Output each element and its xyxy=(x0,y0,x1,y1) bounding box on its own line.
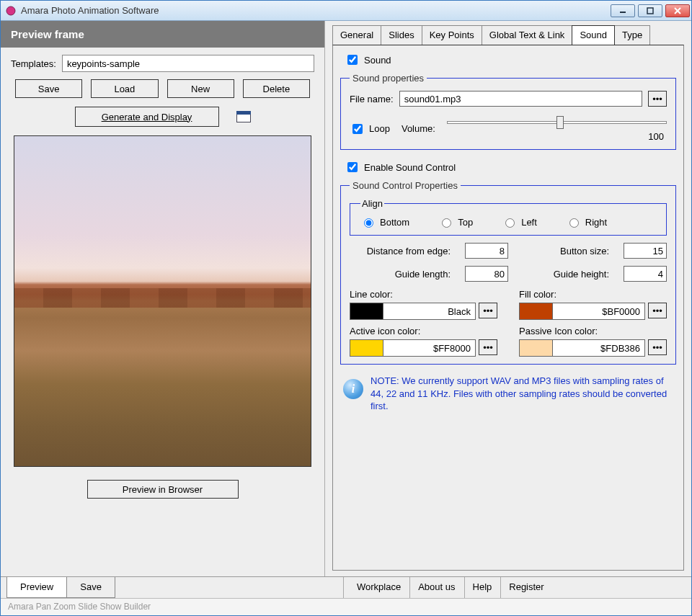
linecolor-value: Black xyxy=(383,306,475,317)
fillcolor-more-button[interactable]: ••• xyxy=(648,303,667,318)
filename-label: File name: xyxy=(350,94,394,104)
distance-input[interactable] xyxy=(465,243,508,259)
bottom-tab-help[interactable]: Help xyxy=(464,577,502,598)
window-title: Amara Photo Animation Software xyxy=(21,5,611,16)
activeicon-value: $FF8000 xyxy=(383,343,475,354)
loop-label: Loop xyxy=(369,123,390,134)
tab-global-text-link[interactable]: Global Text & Link xyxy=(482,25,573,45)
tab-sound[interactable]: Sound xyxy=(572,25,615,45)
linecolor-picker[interactable]: Black xyxy=(350,303,476,320)
guideheight-input[interactable] xyxy=(624,266,667,282)
enable-sound-control-label: Enable Sound Control xyxy=(364,162,456,173)
tab-type[interactable]: Type xyxy=(614,25,650,45)
fillcolor-swatch xyxy=(520,303,553,319)
load-button[interactable]: Load xyxy=(91,79,158,98)
buttonsize-label: Button size: xyxy=(523,246,609,256)
window-icon[interactable] xyxy=(236,111,251,122)
save-button[interactable]: Save xyxy=(15,79,82,98)
linecolor-label: Line color: xyxy=(350,289,497,300)
generate-display-button[interactable]: Generate and Display xyxy=(75,107,219,127)
preview-area xyxy=(14,135,311,467)
templates-input[interactable] xyxy=(62,55,314,72)
passiveicon-swatch xyxy=(520,340,553,356)
fillcolor-label: Fill color: xyxy=(519,289,667,300)
fillcolor-value: $BF0000 xyxy=(553,306,644,317)
align-left[interactable]: Left xyxy=(502,216,537,228)
enable-sound-control-row[interactable]: Enable Sound Control xyxy=(340,160,676,174)
volume-value: 100 xyxy=(447,131,667,142)
guidelength-input[interactable] xyxy=(465,266,508,282)
distance-label: Distance from edge: xyxy=(350,246,451,256)
guidelength-label: Guide length: xyxy=(350,269,451,280)
left-panel: Preview frame Templates: Save Load New D… xyxy=(1,21,325,576)
activeicon-more-button[interactable]: ••• xyxy=(479,339,497,355)
guideheight-label: Guide height: xyxy=(523,269,609,280)
enable-sound-control-checkbox[interactable] xyxy=(347,162,358,172)
filename-input[interactable] xyxy=(399,91,642,107)
info-icon xyxy=(343,379,363,399)
passiveicon-more-button[interactable]: ••• xyxy=(648,339,667,355)
app-icon xyxy=(5,5,17,17)
settings-tabs: General Slides Key Points Global Text & … xyxy=(325,21,691,45)
sound-checkbox-label: Sound xyxy=(364,55,391,66)
bottom-bar: Preview Save Workplace About us Help Reg… xyxy=(1,576,691,598)
titlebar: Amara Photo Animation Software xyxy=(1,1,691,21)
delete-button[interactable]: Delete xyxy=(243,79,310,98)
passiveicon-value: $FDB386 xyxy=(553,343,644,354)
status-bar: Amara Pan Zoom Slide Show Builder xyxy=(1,598,691,615)
sound-properties-legend: Sound properties xyxy=(350,73,427,84)
preview-in-browser-button[interactable]: Preview in Browser xyxy=(87,480,239,499)
align-group: Align Bottom Top Left Right xyxy=(350,198,667,236)
bottom-tab-preview[interactable]: Preview xyxy=(6,577,67,598)
buttonsize-input[interactable] xyxy=(624,243,667,259)
bottom-tab-save[interactable]: Save xyxy=(66,577,115,598)
linecolor-swatch xyxy=(350,303,383,319)
preview-frame-header: Preview frame xyxy=(1,21,324,48)
align-right[interactable]: Right xyxy=(566,216,607,228)
filename-browse-button[interactable]: ••• xyxy=(648,91,667,107)
close-button[interactable] xyxy=(665,4,690,17)
bottom-tab-about[interactable]: About us xyxy=(409,577,464,598)
sound-tab-body: Sound Sound properties File name: ••• Lo… xyxy=(332,45,684,571)
new-button[interactable]: New xyxy=(167,79,234,98)
minimize-button[interactable] xyxy=(611,4,635,17)
maximize-button[interactable] xyxy=(638,4,662,17)
align-bottom[interactable]: Bottom xyxy=(360,216,409,228)
preview-image xyxy=(14,136,311,466)
align-top[interactable]: Top xyxy=(438,216,473,228)
loop-row[interactable]: Loop xyxy=(350,122,390,136)
note-row: NOTE: We currently support WAV and MP3 f… xyxy=(340,370,676,417)
fillcolor-picker[interactable]: $BF0000 xyxy=(519,303,645,320)
tab-slides[interactable]: Slides xyxy=(381,25,422,45)
passiveicon-label: Passive Icon color: xyxy=(519,326,667,336)
tab-general[interactable]: General xyxy=(332,25,381,45)
volume-label: Volume: xyxy=(402,123,435,134)
activeicon-swatch xyxy=(350,340,383,356)
sound-checkbox[interactable] xyxy=(347,55,358,65)
tab-keypoints[interactable]: Key Points xyxy=(422,25,482,45)
volume-slider[interactable] xyxy=(447,115,667,130)
activeicon-label: Active icon color: xyxy=(350,326,497,336)
right-panel: General Slides Key Points Global Text & … xyxy=(325,21,691,576)
passiveicon-picker[interactable]: $FDB386 xyxy=(519,339,645,357)
activeicon-picker[interactable]: $FF8000 xyxy=(350,339,476,357)
align-legend: Align xyxy=(360,198,384,209)
note-text: NOTE: We currently support WAV and MP3 f… xyxy=(371,375,673,413)
app-window: Amara Photo Animation Software Preview f… xyxy=(0,0,692,616)
sound-control-properties-group: Sound Control Properties Align Bottom To… xyxy=(340,180,676,365)
sound-properties-group: Sound properties File name: ••• Loop Vol… xyxy=(340,73,676,150)
sound-enable-row[interactable]: Sound xyxy=(340,53,676,67)
svg-point-0 xyxy=(6,6,15,15)
sound-control-properties-legend: Sound Control Properties xyxy=(350,180,461,191)
bottom-tab-register[interactable]: Register xyxy=(500,577,552,598)
linecolor-more-button[interactable]: ••• xyxy=(479,303,497,318)
svg-rect-2 xyxy=(647,8,653,14)
bottom-tab-workplace[interactable]: Workplace xyxy=(348,577,410,598)
templates-label: Templates: xyxy=(11,58,56,69)
loop-checkbox[interactable] xyxy=(352,124,363,134)
